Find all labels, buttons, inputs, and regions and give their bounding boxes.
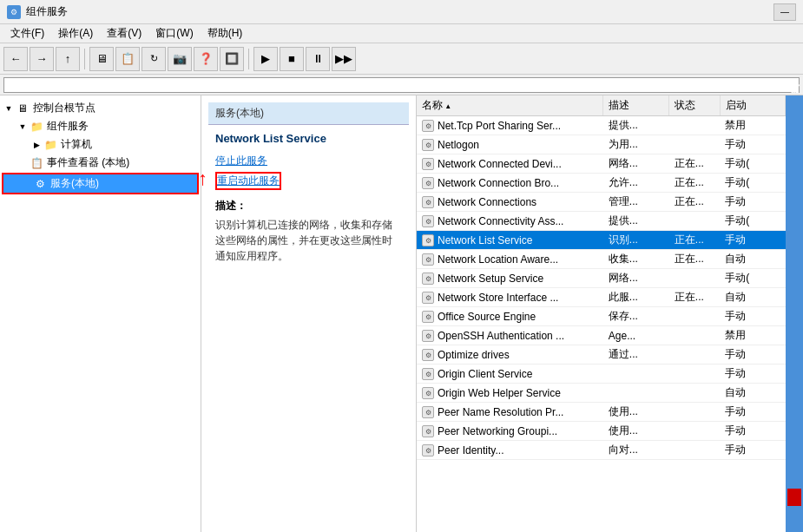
table-row[interactable]: ⚙Network Connections管理...正在...手动 (417, 193, 786, 212)
cell-service-start: 手动( (720, 269, 785, 288)
cell-service-start: 自动 (720, 250, 785, 269)
cell-service-status (669, 307, 720, 326)
restart-service-link[interactable]: 重启动此服务 (217, 174, 280, 188)
cell-service-desc: 向对... (603, 441, 669, 460)
cell-service-status (669, 212, 720, 231)
show-hide-button[interactable]: 🖥 (89, 47, 114, 71)
table-row[interactable]: ⚙Network Setup Service网络...手动( (417, 269, 786, 288)
computer-icon: 📁 (43, 138, 57, 152)
cell-service-start: 禁用 (720, 326, 785, 345)
table-row[interactable]: ⚙Office Source Engine保存...手动 (417, 307, 786, 326)
table-row[interactable]: ⚙OpenSSH Authentication ...Age...禁用 (417, 326, 786, 345)
cell-service-name: ⚙Network Connections (417, 193, 603, 212)
cell-service-name: ⚙Peer Networking Groupi... (417, 422, 603, 441)
menu-item-2[interactable]: 查看(V) (100, 24, 148, 43)
service-icon: ⚙ (422, 139, 434, 151)
play-button[interactable]: ▶ (253, 47, 278, 71)
col-header-status[interactable]: 状态 (669, 95, 720, 116)
table-row[interactable]: ⚙Origin Web Helper Service自动 (417, 384, 786, 403)
sidebar-item-component-services[interactable]: ▼ 📁 组件服务 (0, 117, 201, 135)
sidebar-label-event-viewer: 事件查看器 (本地) (47, 155, 129, 170)
cell-service-start: 自动 (720, 384, 785, 403)
cell-service-start: 手动 (720, 365, 785, 384)
service-icon: ⚙ (422, 387, 434, 399)
cell-service-name: ⚙Net.Tcp Port Sharing Ser... (417, 116, 603, 135)
sidebar-item-services[interactable]: ⚙ 服务(本地) (3, 174, 197, 193)
cell-service-desc: 管理... (603, 193, 669, 212)
cell-service-desc: 使用... (603, 422, 669, 441)
menu-item-1[interactable]: 操作(A) (51, 24, 100, 43)
properties-button[interactable]: 📷 (168, 47, 192, 71)
pause-button[interactable]: ⏸ (306, 47, 330, 71)
table-row[interactable]: ⚙Network Store Interface ...此服...正在...自动 (417, 288, 786, 307)
cell-service-start: 手动 (720, 345, 785, 365)
cell-service-name: ⚙Origin Client Service (417, 365, 603, 384)
col-header-start[interactable]: 启动 (720, 95, 785, 116)
cell-service-desc: 网络... (603, 269, 669, 288)
stop-button[interactable]: ■ (280, 47, 304, 71)
cell-service-desc: 保存... (603, 307, 669, 326)
sidebar-item-computer[interactable]: ▶ 📁 计算机 (0, 135, 201, 154)
table-row[interactable]: ⚙Peer Networking Groupi...使用...手动 (417, 422, 786, 441)
table-row[interactable]: ⚙Origin Client Service手动 (417, 365, 786, 384)
cell-service-name: ⚙Network Connected Devi... (417, 154, 603, 174)
red-arrow-indicator: ↑ (198, 167, 207, 190)
cell-service-name: ⚙Network Setup Service (417, 269, 603, 288)
table-row[interactable]: ⚙Optimize drives通过...手动 (417, 345, 786, 365)
up-button[interactable]: ↑ (56, 47, 80, 71)
service-icon: ⚙ (422, 215, 434, 227)
cell-service-start: 自动 (720, 288, 785, 307)
sidebar-item-event-viewer[interactable]: 📋 事件查看器 (本地) (0, 154, 201, 172)
detail-panel: 服务(本地) Network List Service 停止此服务 ↑ 重启动此… (201, 95, 417, 532)
cell-service-name: ⚙Network Store Interface ... (417, 288, 603, 307)
table-row[interactable]: ⚙Network Connected Devi...网络...正在...手动( (417, 154, 786, 174)
back-button[interactable]: ← (3, 47, 28, 71)
detail-desc-text: 识别计算机已连接的网络，收集和存储这些网络的属性，并在更改这些属性时通知应用程序… (215, 217, 402, 264)
col-header-name[interactable]: 名称 (417, 95, 603, 116)
menu-item-0[interactable]: 文件(F) (3, 24, 51, 43)
table-row[interactable]: ⚙Network Connectivity Ass...提供...手动( (417, 212, 786, 231)
expand-root[interactable]: ▼ (2, 102, 16, 115)
table-row[interactable]: ⚙Peer Name Resolution Pr...使用...手动 (417, 403, 786, 422)
cell-service-start: 手动( (720, 154, 785, 174)
minimize-button[interactable]: — (773, 3, 796, 21)
service-icon: ⚙ (422, 406, 434, 418)
table-row[interactable]: ⚙Netlogon为用...手动 (417, 135, 786, 154)
cell-service-status (669, 135, 720, 154)
component-services-icon: 📁 (30, 120, 43, 134)
menu-bar: 文件(F)操作(A)查看(V)窗口(W)帮助(H) (0, 24, 803, 43)
cell-service-desc: 提供... (603, 212, 669, 231)
table-row[interactable]: ⚙Network Connection Bro...允许...正在...手动( (417, 174, 786, 193)
stop-service-link[interactable]: 停止此服务 (215, 154, 402, 168)
view-button[interactable]: 📋 (115, 47, 140, 71)
expand-computer[interactable]: ▶ (30, 138, 43, 152)
export-button[interactable]: 🔲 (220, 47, 244, 71)
resume-button[interactable]: ▶▶ (332, 47, 356, 71)
forward-button[interactable]: → (30, 47, 54, 71)
cell-service-status (669, 345, 720, 365)
expand-services[interactable] (19, 177, 33, 191)
content-area: 服务(本地) Network List Service 停止此服务 ↑ 重启动此… (201, 95, 803, 532)
table-row[interactable]: ⚙Peer Identity...向对...手动 (417, 441, 786, 460)
cell-service-name: ⚙Network List Service (417, 231, 603, 250)
service-icon: ⚙ (422, 292, 434, 304)
refresh-button[interactable]: ↻ (142, 47, 166, 71)
cell-service-start: 手动( (720, 212, 785, 231)
cell-service-status: 正在... (669, 250, 720, 269)
col-header-desc[interactable]: 描述 (603, 95, 669, 116)
menu-item-3[interactable]: 窗口(W) (148, 24, 200, 43)
detail-title: Network List Service (215, 132, 402, 145)
service-icon: ⚙ (422, 330, 434, 342)
expand-component-services[interactable]: ▼ (16, 120, 30, 134)
address-input[interactable] (3, 77, 800, 93)
help-button[interactable]: ❓ (194, 47, 218, 71)
sidebar-item-root[interactable]: ▼ 🖥 控制台根节点 (0, 99, 201, 117)
table-row[interactable]: ⚙Net.Tcp Port Sharing Ser...提供...禁用 (417, 116, 786, 135)
table-row[interactable]: ⚙Network Location Aware...收集...正在...自动 (417, 250, 786, 269)
menu-item-4[interactable]: 帮助(H) (201, 24, 250, 43)
service-icon: ⚙ (422, 177, 434, 189)
services-header-label: 服务(本地) (215, 107, 264, 119)
expand-event-viewer[interactable] (16, 156, 30, 170)
cell-service-desc: 提供... (603, 116, 669, 135)
table-row[interactable]: ⚙Network List Service识别...正在...手动 (417, 231, 786, 250)
